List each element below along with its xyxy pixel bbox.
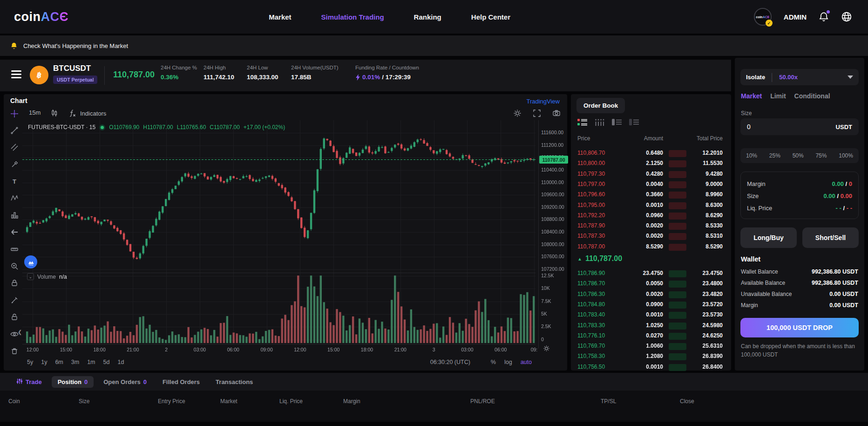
nav-item-simulation-trading[interactable]: Simulation Trading <box>321 13 384 21</box>
xabcd-pattern-icon[interactable] <box>10 194 19 203</box>
avatar[interactable]: coinACE ✓ <box>754 8 772 26</box>
ob-view-combined-icon[interactable] <box>577 118 587 128</box>
announcement-bar[interactable]: Check What's Happening in the Market <box>0 35 868 56</box>
order-book-row[interactable]: 110,786.9023.475023.4750 <box>571 270 731 279</box>
order-book-row[interactable]: 110,787.008.52908.5290 <box>571 243 731 253</box>
percent-button-75%[interactable]: 75% <box>815 152 827 159</box>
order-book-row[interactable]: 110,800.002.125011.5530 <box>571 160 731 169</box>
range-button-1d[interactable]: 1d <box>117 359 124 365</box>
order-book-row[interactable]: 110,786.700.005023.4800 <box>571 280 731 289</box>
order-book-row[interactable]: 110,792.200.09608.6290 <box>571 212 731 221</box>
gear-icon[interactable] <box>513 109 522 119</box>
nav-item-market[interactable]: Market <box>269 13 291 21</box>
ob-total: 23.4750 <box>703 270 723 276</box>
indicators-button[interactable]: Indicators <box>68 109 106 117</box>
order-book-row[interactable]: 110,783.400.001023.5730 <box>571 311 731 321</box>
edit-icon[interactable] <box>10 295 19 304</box>
order-book-row[interactable]: 110,783.301.025024.5980 <box>571 322 731 331</box>
nav-item-help-center[interactable]: Help Center <box>471 13 510 21</box>
notifications-bell-icon[interactable] <box>819 12 829 22</box>
expand-icon[interactable] <box>533 109 541 119</box>
usdt-drop-button[interactable]: 100,000 USDT DROP <box>740 318 859 337</box>
ob-view-bids-only-icon[interactable] <box>629 118 639 128</box>
channel-icon[interactable] <box>10 143 19 152</box>
order-type-tab-market[interactable]: Market <box>741 92 762 100</box>
bottom-tab-transactions[interactable]: Transactions <box>210 376 259 388</box>
scale-button-%[interactable]: % <box>491 359 496 365</box>
ob-amount: 0.0040 <box>646 181 663 187</box>
tab-label: Trade <box>26 378 42 385</box>
order-book-title[interactable]: Order Book <box>576 98 625 113</box>
notification-dot <box>827 10 830 14</box>
interval-button[interactable]: 15m <box>29 109 41 116</box>
nav-item-ranking[interactable]: Ranking <box>414 13 441 21</box>
bottom-tab-position[interactable]: Position0 <box>52 376 94 388</box>
scale-button-log[interactable]: log <box>504 359 512 365</box>
order-book-row[interactable]: 110,797.300.42809.4280 <box>571 171 731 180</box>
range-button-1m[interactable]: 1m <box>87 359 95 365</box>
arrow-back-icon[interactable] <box>10 228 19 237</box>
order-book-row[interactable]: 110,787.900.00208.5330 <box>571 222 731 232</box>
mid-price[interactable]: ▲ 110,787.00 <box>577 254 622 263</box>
time-axis-label: 12:00 <box>27 347 39 352</box>
delete-icon[interactable] <box>10 346 19 355</box>
range-button-6m[interactable]: 6m <box>55 359 63 365</box>
order-book-row[interactable]: 110,776.100.027024.6250 <box>571 332 731 342</box>
language-globe-icon[interactable] <box>841 11 852 22</box>
symbol-name[interactable]: BTCUSDT <box>53 64 91 73</box>
candle-style-icon[interactable] <box>50 109 58 117</box>
range-button-5d[interactable]: 5d <box>103 359 110 365</box>
range-button-5y[interactable]: 5y <box>27 359 33 365</box>
lock-icon[interactable] <box>10 279 19 288</box>
bottom-tab-filled-orders[interactable]: Filled Orders <box>156 376 206 388</box>
pane-collapse-icon[interactable]: ❮ <box>18 329 22 335</box>
menu-hamburger-icon[interactable] <box>11 70 21 78</box>
size-input[interactable]: 0 USDT <box>740 118 859 135</box>
order-book-row[interactable]: 110,784.800.090023.5720 <box>571 301 731 310</box>
axis-settings-gear-icon[interactable] <box>543 345 550 354</box>
percent-button-100%[interactable]: 100% <box>839 152 853 159</box>
percent-button-50%[interactable]: 50% <box>793 152 804 159</box>
order-book-row[interactable]: 110,795.000.00108.6300 <box>571 202 731 211</box>
price-axis-label: 109600.00 <box>541 192 564 197</box>
volume-indicator-header[interactable]: ⌄ Volume n/a <box>27 273 67 280</box>
order-book-row[interactable]: 110,758.301.208026.8390 <box>571 353 731 362</box>
nav-right: coinACE ✓ ADMIN <box>754 0 852 34</box>
text-icon[interactable]: T <box>10 177 19 186</box>
percent-button-25%[interactable]: 25% <box>769 152 780 159</box>
ob-view-asks-only-icon[interactable] <box>612 118 622 128</box>
order-book-row[interactable]: 110,786.300.002023.4820 <box>571 291 731 300</box>
margin-leverage-selector[interactable]: Isolate │ 50.00x <box>740 69 859 85</box>
bottom-tab-open-orders[interactable]: Open Orders0 <box>97 376 153 388</box>
measure-icon[interactable] <box>10 245 19 254</box>
order-book-row[interactable]: 110,796.600.36608.9960 <box>571 191 731 200</box>
forecast-icon[interactable] <box>10 211 19 220</box>
ob-amount: 0.0010 <box>646 364 663 370</box>
long-buy-button[interactable]: Long/Buy <box>740 227 797 248</box>
brand-logo[interactable]: coinACЄ <box>14 10 68 24</box>
camera-icon[interactable] <box>552 109 561 119</box>
order-book-row[interactable]: 110,787.300.00208.5310 <box>571 233 731 242</box>
short-sell-button[interactable]: Short/Sell <box>802 227 859 248</box>
unlock-icon[interactable] <box>10 313 19 322</box>
order-type-tab-conditional[interactable]: Conditional <box>794 92 830 100</box>
range-button-1y[interactable]: 1y <box>41 359 47 365</box>
order-book-row[interactable]: 110,797.000.00409.0000 <box>571 181 731 190</box>
chart-clock[interactable]: 06:30:20 (UTC) <box>430 359 470 365</box>
zoom-in-icon[interactable] <box>10 262 19 271</box>
trend-line-icon[interactable] <box>10 126 19 135</box>
crosshair-icon[interactable] <box>10 109 19 118</box>
scale-button-auto[interactable]: auto <box>521 359 532 365</box>
chevron-down-icon[interactable]: ⌄ <box>27 273 34 280</box>
order-type-tab-limit[interactable]: Limit <box>770 92 786 100</box>
order-book-row[interactable]: 110,806.700.648012.2010 <box>571 150 731 159</box>
bottom-tab-trade[interactable]: Trade <box>10 376 48 388</box>
percent-button-10%[interactable]: 10% <box>746 152 757 159</box>
tradingview-link[interactable]: TradingView <box>526 98 560 105</box>
candlestick-chart[interactable] <box>22 120 539 349</box>
order-book-row[interactable]: 110,769.701.006025.6310 <box>571 343 731 352</box>
ob-view-columns-icon[interactable] <box>595 118 604 128</box>
range-button-3m[interactable]: 3m <box>71 359 79 365</box>
order-book-row[interactable]: 110,756.500.001026.8400 <box>571 364 731 373</box>
brush-icon[interactable] <box>10 160 19 169</box>
